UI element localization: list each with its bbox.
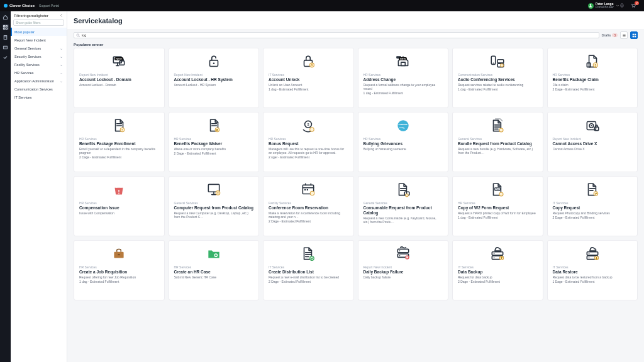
sidebar-item[interactable]: Facility Services⌄ [11, 60, 67, 69]
schedule-icon [299, 182, 318, 198]
sidebar-filter-input[interactable]: Show guide filters [13, 19, 64, 26]
user-menu[interactable]: Peter Lange Portal Bruker [588, 3, 619, 9]
card-description: Request a new bundle (e.g. Hardware, Sof… [458, 147, 538, 155]
card-title: Benefits Package Waiver [174, 141, 254, 146]
collapse-sidebar-icon[interactable] [59, 13, 64, 18]
card-sla: 2 Dage - Estimated Fulfillment [174, 151, 254, 155]
card-category: HR Services [364, 73, 443, 77]
card-category: HR Services [79, 265, 159, 269]
svg-rect-12 [635, 36, 636, 37]
sidebar-item[interactable]: Application Administration⌄ [11, 77, 67, 85]
rail-approvals-icon[interactable] [3, 54, 9, 60]
card-title: Consumable Request from Product Catalog [364, 206, 443, 216]
chevron-down-icon: ⌄ [60, 62, 63, 67]
catalog-card[interactable]: NEWReport New IncidentAccount Lockout - … [74, 48, 165, 108]
svg-point-72 [589, 253, 590, 255]
catalog-card[interactable]: General ServicesComputer Request from Pr… [169, 176, 260, 236]
new-pill: NEW [114, 57, 123, 60]
sidebar-item[interactable]: Most popular [11, 28, 67, 36]
rail-tickets-icon[interactable] [3, 44, 9, 50]
card-category: General Services [364, 201, 443, 205]
catalog-card[interactable]: HR ServicesCompensation IssueIssue with … [74, 176, 165, 236]
catalog-card[interactable]: Report New IncidentCannot Access Drive X… [547, 112, 638, 172]
card-category: HR Services [79, 201, 159, 205]
doc-x-icon [204, 118, 223, 134]
catalog-card[interactable]: IT ServicesAccount UnlockUnlock an User … [263, 48, 354, 108]
card-category: General Services [174, 201, 254, 205]
svg-rect-9 [633, 34, 634, 35]
card-category: HR Services [269, 137, 348, 141]
card-sla: 2 Dage - Estimated Fulfillment [269, 219, 348, 223]
svg-rect-6 [4, 28, 5, 29]
catalog-card[interactable]: IT ServicesData RestoreRequest data to b… [547, 240, 638, 300]
padlock-user-icon [299, 53, 318, 70]
catalog-card[interactable]: IT ServicesCreate Distribution ListReque… [263, 240, 354, 300]
card-description: Account Lockout - HR System [174, 83, 254, 87]
card-sla: 1 dag - Estimated Fulfillment [269, 87, 348, 91]
svg-rect-41 [594, 127, 599, 130]
card-category: IT Services [553, 265, 633, 269]
catalog-card[interactable]: Report New IncidentAccount Lockout - HR … [169, 48, 260, 108]
sidebar-item[interactable]: Report New Incident [11, 36, 67, 44]
svg-point-73 [589, 257, 590, 258]
catalog-card[interactable]: IT ServicesCopy RequestRequest Photocopy… [547, 176, 638, 236]
phone-server-icon [488, 53, 507, 70]
sidebar-item[interactable]: General Services⌄ [11, 44, 67, 52]
search-icon [76, 33, 80, 38]
catalog-card[interactable]: W-2HR ServicesCopy of W2 Form RequestReq… [452, 176, 543, 236]
card-description: Request for data backup [458, 275, 538, 279]
sidebar-item[interactable]: Security Services⌄ [11, 52, 67, 60]
card-category: General Services [458, 137, 538, 141]
svg-text:W-2: W-2 [496, 188, 499, 190]
card-description: Request a new Consumable (e.g. Keyboard,… [364, 216, 443, 224]
svg-rect-7 [6, 28, 7, 29]
catalog-card[interactable]: HR ServicesBullying GrievancesBullying o… [358, 112, 449, 172]
view-list-button[interactable] [620, 31, 628, 39]
catalog-card[interactable]: General ServicesConsumable Request from … [358, 176, 449, 236]
catalog-search[interactable] [74, 32, 599, 38]
catalog-card[interactable]: Report New IncidentDaily Backup FailureD… [358, 240, 449, 300]
notifications-button[interactable] [619, 3, 625, 8]
catalog-card[interactable]: $HR ServicesBenefits Package ClaimFile a… [547, 48, 638, 108]
svg-point-62 [399, 250, 401, 251]
catalog-card[interactable]: HR ServicesBenefits Package WaiverWaive … [169, 112, 260, 172]
card-description: Request services related to audio confer… [458, 83, 538, 87]
drafts-button[interactable]: Drafts 3 [602, 33, 618, 37]
card-title: Address Change [364, 77, 443, 82]
sidebar-item[interactable]: HR Services⌄ [11, 69, 67, 77]
card-description: Request a new e-mail distribution list t… [269, 275, 348, 279]
sidebar-item[interactable]: IT Services [11, 93, 67, 101]
svg-point-67 [494, 253, 495, 255]
rail-catalog-icon[interactable] [3, 24, 9, 30]
catalog-card[interactable]: HR ServicesBenefits Package EnrollmentEn… [74, 112, 165, 172]
catalog-card[interactable]: General ServicesBundle Request from Prod… [452, 112, 543, 172]
catalog-card[interactable]: HR ServicesCreate an HR CaseSubmit New G… [169, 240, 260, 300]
sidebar-item[interactable]: Communication Services [11, 85, 67, 93]
doc-cog-icon [109, 118, 128, 134]
svg-point-8 [77, 33, 79, 36]
svg-point-63 [399, 255, 401, 256]
cart-button[interactable]: 2 [631, 3, 636, 9]
rail-knowledge-icon[interactable] [3, 34, 9, 40]
view-grid-button[interactable] [630, 31, 638, 39]
svg-point-23 [493, 62, 494, 63]
brand-block[interactable]: Clever Choice Support Portal [4, 4, 59, 8]
card-title: Data Restore [553, 270, 633, 275]
briefcase-icon [109, 246, 128, 262]
svg-point-2 [632, 7, 633, 8]
catalog-card[interactable]: Facility ServicesConference Room Reserva… [263, 176, 354, 236]
bag-alert-icon [109, 182, 128, 198]
search-input[interactable] [82, 33, 597, 37]
svg-point-37 [499, 128, 503, 132]
card-category: IT Services [269, 265, 348, 269]
catalog-card[interactable]: HR ServicesCreate a Job RequisitionReque… [74, 240, 165, 300]
svg-point-1 [621, 7, 622, 8]
card-description: Make a reservation for a conference room… [269, 211, 348, 219]
catalog-card[interactable]: Communication ServicesAudio Conferencing… [452, 48, 543, 108]
card-category: HR Services [79, 137, 159, 141]
catalog-card[interactable]: IT ServicesData BackupRequest for data b… [452, 240, 543, 300]
catalog-card[interactable]: NEWHR ServicesAddress ChangeRequest a fo… [358, 48, 449, 108]
monitor-cog-icon [204, 182, 223, 198]
rail-home-icon[interactable] [3, 14, 9, 20]
catalog-card[interactable]: $HR ServicesBonus RequestManagers will u… [263, 112, 354, 172]
